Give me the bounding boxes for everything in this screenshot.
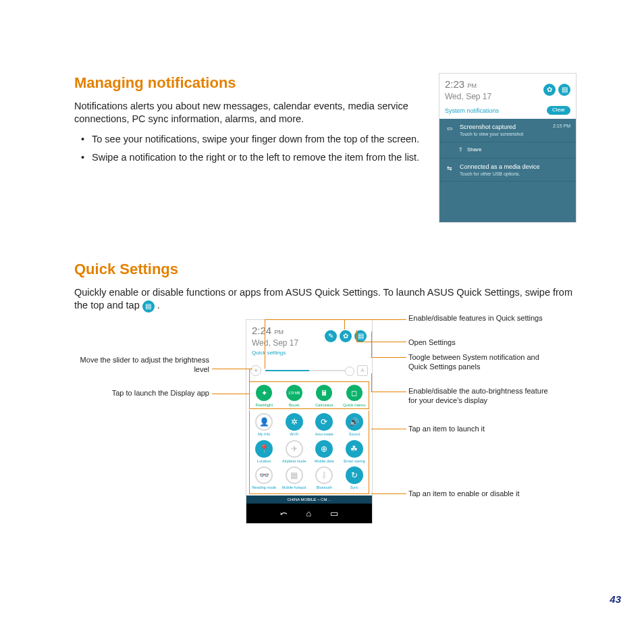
notification-subtitle: Touch to view your screenshot [460, 131, 547, 137]
callout-line [344, 319, 345, 329]
notification-item[interactable]: ▭ Screenshot captured Touch to view your… [439, 119, 576, 142]
toggle-item[interactable]: 🔊Sound [340, 413, 369, 437]
toggle-item[interactable]: 👤My Info [250, 413, 279, 437]
clock-time: 2:24 PM [252, 324, 298, 338]
nav-bar: ⤺ ⌂ ▭ [246, 504, 372, 524]
callout-line [265, 319, 265, 369]
myinfo-icon: 👤 [255, 413, 273, 431]
bullet-item: To see your notifications, swipe your fi… [92, 133, 427, 146]
callout-line [249, 369, 250, 394]
sync-icon: ↻ [346, 466, 363, 484]
launch-label: Quick memo [340, 402, 369, 408]
toggle-label: Bluetooth [310, 485, 339, 490]
launch-label: Boost [280, 402, 309, 408]
toggle-item[interactable]: ↻Sync [340, 466, 369, 490]
share-row[interactable]: ⇪ Share [439, 142, 576, 159]
brightness-slider[interactable] [265, 370, 353, 371]
boost-icon: 170 MB [286, 385, 302, 401]
callout-line [356, 342, 406, 342]
callout-enable-features: Enable/disable features in Quick setting… [408, 314, 543, 323]
sound-icon: 🔊 [346, 413, 363, 431]
callout-auto-brightness: Enable/disable the auto-brightness featu… [408, 387, 557, 406]
readingmode-icon: 👓 [255, 466, 273, 484]
clear-button[interactable]: Clear [547, 106, 570, 115]
quick-settings-label: Quick settings [252, 348, 367, 360]
notification-title: Screenshot captured [460, 123, 547, 131]
display-app-button[interactable]: ☀ [250, 365, 261, 376]
toggle-label: My Info [250, 432, 279, 437]
toggle-item[interactable]: 📍Location [250, 440, 279, 464]
mobiledata-icon: ⊕ [315, 440, 333, 458]
page-number: 43 [610, 593, 621, 606]
bluetooth-icon: ᛒ [315, 466, 333, 484]
clock-time: 2:23 PM [445, 78, 491, 91]
back-icon[interactable]: ⤺ [280, 508, 288, 520]
usb-icon: ⇋ [445, 164, 454, 172]
callout-line [265, 319, 344, 320]
notification-item[interactable]: ⇋ Connected as a media device Touch for … [439, 159, 576, 182]
toggle-item[interactable]: ▦Mobile hotspot [280, 466, 309, 490]
callout-display-app: Tap to launch the Display app [68, 389, 209, 398]
toggle-label: Smart saving [340, 459, 369, 464]
edit-icon[interactable]: ✎ [325, 330, 337, 342]
callout-line [371, 331, 372, 358]
launch-item[interactable]: ✦Flashlight [250, 385, 279, 408]
settings-gear-icon[interactable]: ✿ [340, 330, 352, 342]
toggle-item[interactable]: ✈Airplane mode [280, 440, 309, 464]
calculator-icon: 🖩 [316, 385, 332, 401]
toggle-label: Auto-rotate [310, 432, 339, 437]
toggle-label: Sound [340, 432, 369, 437]
toggle-item[interactable]: ⊕Mobile data [310, 440, 339, 464]
callout-toggle-panels: Toogle between System notification and Q… [408, 353, 550, 372]
toggle-label: Mobile hotspot [280, 485, 309, 490]
picture-icon: ▭ [445, 124, 454, 132]
system-notifications-label: System notifications [445, 107, 499, 115]
clock-date: Wed, Sep 17 [445, 91, 491, 102]
notification-time: 2:15 PM [553, 123, 570, 129]
panel-toggle-icon[interactable]: ▤ [558, 84, 570, 96]
toggle-label: Sync [340, 485, 369, 490]
bullet-item: Swipe a notification to the right or to … [92, 151, 427, 165]
callout-line [212, 394, 249, 394]
toggle-item[interactable]: ⟳Auto-rotate [310, 413, 339, 437]
location-icon: 📍 [255, 440, 273, 458]
quickmemo-icon: ◻ [346, 385, 363, 401]
hotspot-icon: ▦ [286, 466, 303, 484]
launch-label: Flashlight [250, 402, 279, 408]
toggle-item[interactable]: ✲Wi-Fi [280, 413, 309, 437]
smartsaving-icon: ☘ [346, 440, 363, 458]
home-icon[interactable]: ⌂ [306, 508, 312, 520]
wifi-icon: ✲ [286, 413, 303, 431]
toggle-label: Mobile data [310, 459, 339, 464]
callout-line [356, 330, 357, 342]
quick-toggle-grid: 👤My Info✲Wi-Fi⟳Auto-rotate🔊Sound📍Locatio… [249, 410, 369, 493]
callout-open-settings: Open Settings [408, 338, 543, 348]
toggle-label: Location [250, 459, 279, 464]
toggle-item[interactable]: ᛒBluetooth [310, 466, 339, 490]
launch-item[interactable]: 🖩Calculator [310, 385, 339, 408]
launch-label: Calculator [310, 402, 339, 408]
toggle-label: Reading mode [250, 485, 279, 490]
launch-item[interactable]: 170 MBBoost [280, 385, 309, 408]
airplane-icon: ✈ [286, 440, 303, 458]
settings-gear-icon[interactable]: ✿ [543, 84, 556, 96]
autorotate-icon: ⟳ [315, 413, 333, 431]
notification-subtitle: Touch for other USB options. [460, 171, 570, 177]
callout-line [371, 429, 406, 429]
toggle-label: Wi-Fi [280, 432, 309, 437]
toggle-item[interactable]: ☘Smart saving [340, 440, 369, 464]
notification-empty-area [439, 182, 576, 222]
toggle-item[interactable]: 👓Reading mode [250, 466, 279, 490]
callout-line [212, 369, 252, 369]
notification-title: Connected as a media device [460, 163, 570, 171]
callout-line [371, 392, 406, 392]
callout-line [371, 373, 372, 392]
auto-brightness-toggle[interactable]: A [357, 365, 368, 376]
heading-managing-notifications: Managing notifications [74, 73, 427, 93]
launch-item[interactable]: ◻Quick memo [340, 385, 369, 408]
toggle-label: Airplane mode [280, 459, 309, 464]
recent-icon[interactable]: ▭ [330, 508, 338, 520]
notification-panel: 2:23 PM Wed, Sep 17 ✿ ▤ System notificat… [439, 73, 576, 223]
callout-line [344, 319, 406, 320]
callout-line [371, 357, 406, 358]
